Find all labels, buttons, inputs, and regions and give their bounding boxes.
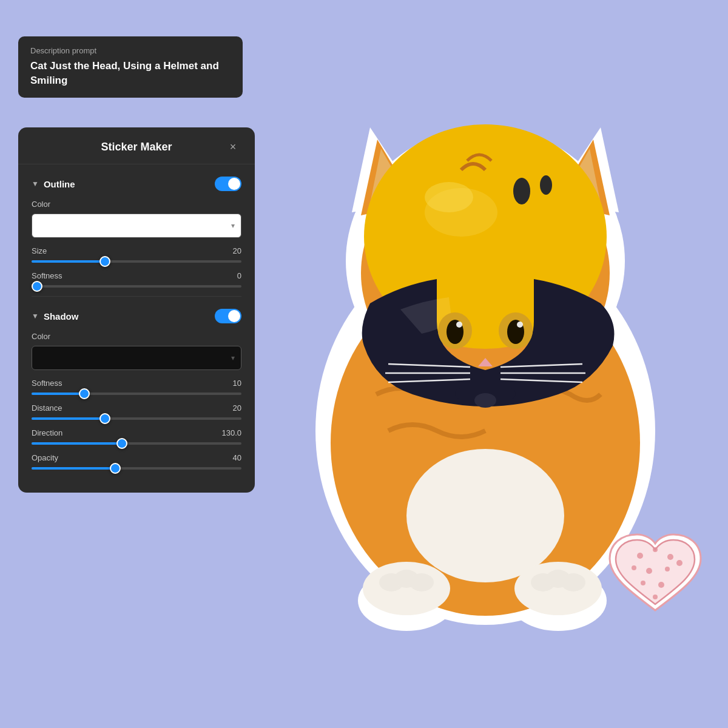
shadow-direction-slider[interactable] — [32, 442, 241, 445]
outline-color-label: Color — [32, 200, 50, 209]
svg-point-41 — [637, 553, 643, 559]
svg-point-43 — [667, 554, 673, 560]
outline-softness-thumb[interactable] — [32, 281, 42, 292]
outline-size-row: Size 20 — [32, 246, 241, 255]
shadow-distance-label: Distance — [32, 403, 62, 413]
outline-softness-track — [32, 285, 241, 288]
shadow-distance-row: Distance 20 — [32, 403, 241, 413]
svg-point-40 — [561, 573, 585, 592]
shadow-softness-track — [32, 393, 241, 395]
shadow-softness-value: 10 — [233, 379, 241, 388]
svg-point-18 — [474, 393, 496, 408]
outline-title: ▼ Outline — [32, 179, 75, 189]
shadow-color-picker[interactable]: ▾ — [32, 346, 241, 370]
outline-chevron-icon: ▼ — [32, 180, 39, 188]
svg-point-37 — [410, 573, 434, 592]
shadow-color-label: Color — [32, 332, 50, 341]
shadow-opacity-value: 40 — [233, 453, 241, 462]
outline-size-label: Size — [32, 246, 47, 255]
svg-point-48 — [641, 581, 645, 585]
shadow-direction-value: 130.0 — [221, 428, 241, 437]
svg-point-50 — [653, 595, 658, 599]
svg-point-44 — [632, 565, 636, 570]
svg-point-45 — [646, 568, 652, 574]
outline-softness-slider[interactable] — [32, 285, 241, 288]
svg-point-49 — [658, 582, 664, 588]
shadow-opacity-row: Opacity 40 — [32, 453, 241, 462]
shadow-direction-thumb[interactable] — [116, 438, 127, 449]
sticker-maker-panel: Sticker Maker × ▼ Outline Color ▾ Size 2… — [18, 127, 255, 493]
shadow-direction-label: Direction — [32, 428, 62, 437]
svg-point-47 — [676, 560, 682, 566]
shadow-section-header: ▼ Shadow — [32, 309, 241, 323]
svg-point-32 — [406, 449, 564, 582]
shadow-opacity-fill — [32, 467, 115, 470]
svg-point-23 — [456, 322, 462, 328]
shadow-label: Shadow — [44, 311, 79, 322]
shadow-toggle[interactable] — [215, 309, 241, 323]
shadow-chevron-icon: ▼ — [32, 312, 39, 320]
outline-size-fill — [32, 260, 105, 263]
close-button[interactable]: × — [224, 138, 241, 155]
svg-point-46 — [665, 567, 670, 571]
description-box: Description prompt Cat Just the Head, Us… — [18, 36, 243, 98]
outline-color-picker[interactable]: ▾ — [32, 214, 241, 238]
shadow-opacity-slider[interactable] — [32, 467, 241, 470]
shadow-color-dropdown-icon: ▾ — [231, 354, 235, 362]
shadow-softness-slider[interactable] — [32, 393, 241, 395]
section-divider — [32, 296, 241, 297]
description-text: Cat Just the Head, Using a Helmet and Sm… — [30, 59, 231, 88]
outline-color-dropdown-icon: ▾ — [231, 221, 235, 230]
shadow-distance-value: 20 — [233, 403, 241, 413]
panel-header: Sticker Maker × — [18, 127, 255, 164]
shadow-direction-row: Direction 130.0 — [32, 428, 241, 437]
outline-label: Outline — [44, 179, 75, 189]
shadow-opacity-thumb[interactable] — [110, 463, 121, 474]
shadow-distance-thumb[interactable] — [99, 413, 110, 424]
shadow-opacity-label: Opacity — [32, 453, 58, 462]
svg-point-16 — [540, 175, 552, 195]
outline-softness-label: Softness — [32, 271, 62, 280]
heart-sticker-svg — [607, 531, 704, 622]
shadow-distance-fill — [32, 417, 105, 420]
shadow-softness-row: Softness 10 — [32, 379, 241, 388]
shadow-color-label-row: Color — [32, 332, 241, 341]
shadow-direction-track — [32, 442, 241, 445]
panel-title: Sticker Maker — [49, 141, 224, 153]
outline-size-thumb[interactable] — [99, 256, 110, 267]
svg-point-15 — [513, 178, 530, 204]
svg-point-14 — [425, 182, 473, 212]
panel-body: ▼ Outline Color ▾ Size 20 Softne — [18, 177, 255, 470]
shadow-distance-slider[interactable] — [32, 417, 241, 420]
outline-size-track — [32, 260, 241, 263]
outline-color-label-row: Color — [32, 200, 241, 209]
shadow-opacity-track — [32, 467, 241, 470]
shadow-direction-fill — [32, 442, 122, 445]
svg-point-24 — [517, 322, 523, 328]
shadow-softness-thumb[interactable] — [79, 388, 90, 399]
sticker-area — [255, 24, 716, 704]
outline-toggle[interactable] — [215, 177, 241, 191]
cat-sticker — [279, 91, 692, 637]
outline-section-header: ▼ Outline — [32, 177, 241, 191]
outline-size-value: 20 — [233, 246, 241, 255]
outline-softness-value: 0 — [237, 271, 241, 280]
shadow-distance-track — [32, 417, 241, 420]
shadow-softness-label: Softness — [32, 379, 62, 388]
outline-size-slider[interactable] — [32, 260, 241, 263]
description-label: Description prompt — [30, 46, 231, 55]
shadow-title: ▼ Shadow — [32, 311, 78, 322]
shadow-color-swatch[interactable]: ▾ — [32, 346, 241, 370]
outline-color-swatch[interactable]: ▾ — [32, 214, 241, 238]
outline-softness-row: Softness 0 — [32, 271, 241, 280]
heart-sticker-container — [607, 531, 704, 625]
shadow-softness-fill — [32, 393, 84, 395]
